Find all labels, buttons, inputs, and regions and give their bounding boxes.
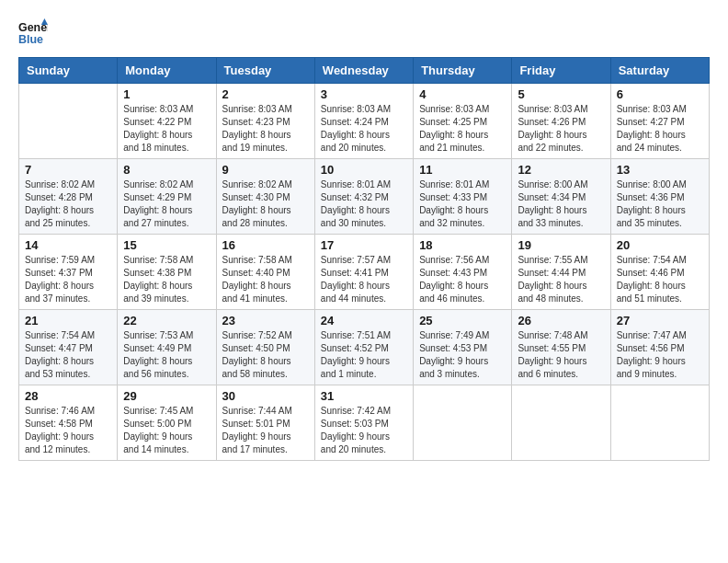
day-cell: 19Sunrise: 7:55 AMSunset: 4:44 PMDayligh…: [512, 235, 610, 310]
day-info: Sunrise: 8:01 AMSunset: 4:32 PMDaylight:…: [321, 178, 407, 230]
day-number: 23: [222, 314, 309, 327]
day-cell: 6Sunrise: 8:03 AMSunset: 4:27 PMDaylight…: [610, 84, 709, 159]
day-cell: [610, 385, 709, 461]
svg-text:Blue: Blue: [18, 33, 43, 46]
day-number: 11: [419, 163, 506, 177]
week-row-2: 7Sunrise: 8:02 AMSunset: 4:28 PMDaylight…: [19, 159, 710, 235]
weekday-header-friday: Friday: [512, 58, 610, 84]
day-number: 7: [25, 163, 111, 177]
day-cell: 20Sunrise: 7:54 AMSunset: 4:46 PMDayligh…: [610, 235, 709, 310]
day-cell: [512, 385, 610, 461]
day-info: Sunrise: 8:03 AMSunset: 4:26 PMDaylight:…: [518, 103, 604, 155]
day-number: 1: [123, 87, 210, 101]
day-info: Sunrise: 8:00 AMSunset: 4:36 PMDaylight:…: [617, 178, 703, 230]
day-info: Sunrise: 7:45 AMSunset: 5:00 PMDaylight:…: [123, 405, 210, 456]
day-info: Sunrise: 7:54 AMSunset: 4:47 PMDaylight:…: [25, 329, 111, 381]
logo: General Blue: [18, 18, 48, 48]
day-info: Sunrise: 7:52 AMSunset: 4:50 PMDaylight:…: [222, 329, 309, 381]
day-cell: 23Sunrise: 7:52 AMSunset: 4:50 PMDayligh…: [216, 310, 314, 385]
week-row-5: 28Sunrise: 7:46 AMSunset: 4:58 PMDayligh…: [19, 385, 710, 461]
day-cell: 26Sunrise: 7:48 AMSunset: 4:55 PMDayligh…: [512, 310, 610, 385]
day-info: Sunrise: 7:49 AMSunset: 4:53 PMDaylight:…: [419, 329, 506, 381]
day-info: Sunrise: 8:02 AMSunset: 4:30 PMDaylight:…: [222, 178, 309, 230]
weekday-header-sunday: Sunday: [19, 58, 118, 84]
day-cell: 18Sunrise: 7:56 AMSunset: 4:43 PMDayligh…: [414, 235, 512, 310]
day-cell: 13Sunrise: 8:00 AMSunset: 4:36 PMDayligh…: [610, 159, 709, 235]
day-info: Sunrise: 7:58 AMSunset: 4:40 PMDaylight:…: [222, 254, 309, 305]
day-info: Sunrise: 7:57 AMSunset: 4:41 PMDaylight:…: [321, 254, 407, 305]
day-number: 13: [617, 163, 703, 177]
day-info: Sunrise: 8:01 AMSunset: 4:33 PMDaylight:…: [419, 178, 506, 230]
day-cell: 28Sunrise: 7:46 AMSunset: 4:58 PMDayligh…: [19, 385, 118, 461]
day-cell: 21Sunrise: 7:54 AMSunset: 4:47 PMDayligh…: [19, 310, 118, 385]
day-info: Sunrise: 8:03 AMSunset: 4:27 PMDaylight:…: [617, 103, 703, 155]
day-info: Sunrise: 7:53 AMSunset: 4:49 PMDaylight:…: [123, 329, 210, 381]
day-info: Sunrise: 8:03 AMSunset: 4:24 PMDaylight:…: [321, 103, 407, 155]
day-info: Sunrise: 8:03 AMSunset: 4:22 PMDaylight:…: [123, 103, 210, 155]
day-number: 14: [25, 238, 111, 252]
day-info: Sunrise: 7:59 AMSunset: 4:37 PMDaylight:…: [25, 254, 111, 305]
weekday-header-row: SundayMondayTuesdayWednesdayThursdayFrid…: [19, 58, 710, 84]
day-number: 22: [123, 314, 210, 327]
weekday-header-saturday: Saturday: [610, 58, 709, 84]
day-cell: 17Sunrise: 7:57 AMSunset: 4:41 PMDayligh…: [314, 235, 413, 310]
day-info: Sunrise: 7:46 AMSunset: 4:58 PMDaylight:…: [25, 405, 111, 456]
day-number: 17: [321, 238, 407, 252]
day-cell: 9Sunrise: 8:02 AMSunset: 4:30 PMDaylight…: [216, 159, 314, 235]
day-number: 19: [518, 238, 604, 252]
day-info: Sunrise: 7:48 AMSunset: 4:55 PMDaylight:…: [518, 329, 604, 381]
day-number: 2: [222, 87, 309, 101]
day-number: 8: [123, 163, 210, 177]
day-number: 29: [123, 389, 210, 403]
day-number: 28: [25, 389, 111, 403]
day-number: 25: [419, 314, 506, 327]
day-info: Sunrise: 7:44 AMSunset: 5:01 PMDaylight:…: [222, 405, 309, 456]
day-cell: 11Sunrise: 8:01 AMSunset: 4:33 PMDayligh…: [414, 159, 512, 235]
day-number: 15: [123, 238, 210, 252]
day-cell: 4Sunrise: 8:03 AMSunset: 4:25 PMDaylight…: [414, 84, 512, 159]
day-number: 16: [222, 238, 309, 252]
week-row-3: 14Sunrise: 7:59 AMSunset: 4:37 PMDayligh…: [19, 235, 710, 310]
day-cell: 31Sunrise: 7:42 AMSunset: 5:03 PMDayligh…: [314, 385, 413, 461]
day-number: 5: [518, 87, 604, 101]
day-cell: 2Sunrise: 8:03 AMSunset: 4:23 PMDaylight…: [216, 84, 314, 159]
day-cell: 16Sunrise: 7:58 AMSunset: 4:40 PMDayligh…: [216, 235, 314, 310]
weekday-header-thursday: Thursday: [414, 58, 512, 84]
calendar-table: SundayMondayTuesdayWednesdayThursdayFrid…: [18, 57, 710, 461]
day-number: 9: [222, 163, 309, 177]
day-number: 10: [321, 163, 407, 177]
day-number: 20: [617, 238, 703, 252]
day-cell: 24Sunrise: 7:51 AMSunset: 4:52 PMDayligh…: [314, 310, 413, 385]
day-cell: 8Sunrise: 8:02 AMSunset: 4:29 PMDaylight…: [118, 159, 216, 235]
day-info: Sunrise: 8:03 AMSunset: 4:25 PMDaylight:…: [419, 103, 506, 155]
day-number: 30: [222, 389, 309, 403]
day-number: 27: [617, 314, 703, 327]
weekday-header-wednesday: Wednesday: [314, 58, 413, 84]
day-cell: 27Sunrise: 7:47 AMSunset: 4:56 PMDayligh…: [610, 310, 709, 385]
day-number: 24: [321, 314, 407, 327]
logo-icon: General Blue: [18, 18, 48, 48]
day-info: Sunrise: 8:00 AMSunset: 4:34 PMDaylight:…: [518, 178, 604, 230]
day-cell: 10Sunrise: 8:01 AMSunset: 4:32 PMDayligh…: [314, 159, 413, 235]
day-number: 31: [321, 389, 407, 403]
day-info: Sunrise: 7:55 AMSunset: 4:44 PMDaylight:…: [518, 254, 604, 305]
day-cell: 14Sunrise: 7:59 AMSunset: 4:37 PMDayligh…: [19, 235, 118, 310]
day-info: Sunrise: 7:54 AMSunset: 4:46 PMDaylight:…: [617, 254, 703, 305]
weekday-header-tuesday: Tuesday: [216, 58, 314, 84]
day-info: Sunrise: 8:02 AMSunset: 4:29 PMDaylight:…: [123, 178, 210, 230]
day-number: 4: [419, 87, 506, 101]
day-info: Sunrise: 7:51 AMSunset: 4:52 PMDaylight:…: [321, 329, 407, 381]
day-cell: 30Sunrise: 7:44 AMSunset: 5:01 PMDayligh…: [216, 385, 314, 461]
day-number: 6: [617, 87, 703, 101]
day-number: 26: [518, 314, 604, 327]
week-row-4: 21Sunrise: 7:54 AMSunset: 4:47 PMDayligh…: [19, 310, 710, 385]
day-info: Sunrise: 7:47 AMSunset: 4:56 PMDaylight:…: [617, 329, 703, 381]
day-cell: 29Sunrise: 7:45 AMSunset: 5:00 PMDayligh…: [118, 385, 216, 461]
week-row-1: 1Sunrise: 8:03 AMSunset: 4:22 PMDaylight…: [19, 84, 710, 159]
day-info: Sunrise: 7:56 AMSunset: 4:43 PMDaylight:…: [419, 254, 506, 305]
day-cell: 12Sunrise: 8:00 AMSunset: 4:34 PMDayligh…: [512, 159, 610, 235]
day-cell: 3Sunrise: 8:03 AMSunset: 4:24 PMDaylight…: [314, 84, 413, 159]
day-cell: 15Sunrise: 7:58 AMSunset: 4:38 PMDayligh…: [118, 235, 216, 310]
day-number: 12: [518, 163, 604, 177]
day-cell: 7Sunrise: 8:02 AMSunset: 4:28 PMDaylight…: [19, 159, 118, 235]
